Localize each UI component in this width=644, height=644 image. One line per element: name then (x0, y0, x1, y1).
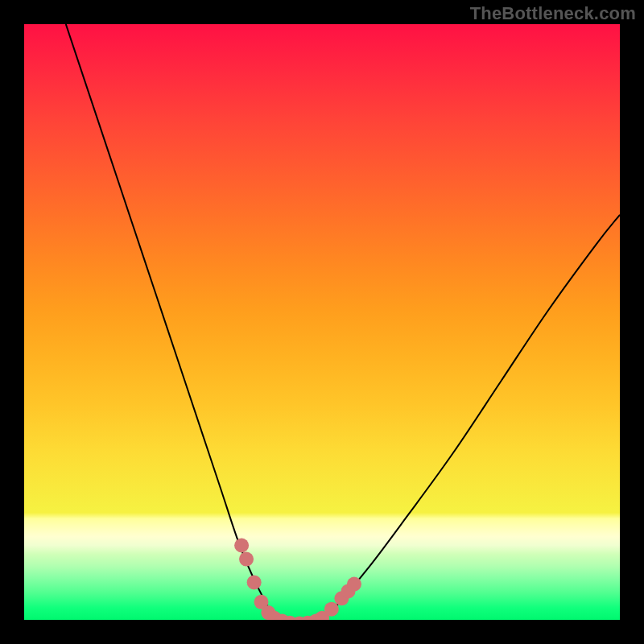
chart-markers-layer (24, 24, 620, 620)
watermark-text: TheBottleneck.com (470, 3, 636, 24)
chart-frame: TheBottleneck.com (0, 0, 644, 644)
marker-dot (234, 539, 249, 553)
marker-dot (324, 602, 339, 617)
marker-dot (247, 575, 262, 589)
marker-dot (347, 577, 361, 592)
marker-dot (239, 552, 254, 567)
